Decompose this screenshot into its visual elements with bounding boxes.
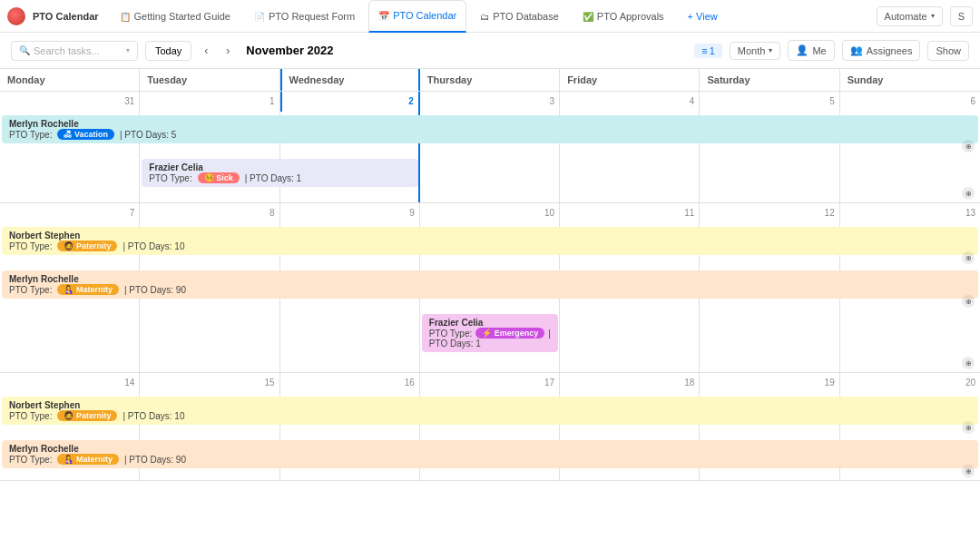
event-meta: PTO Type: 🤒 Sick | PTO Days: 1 [149, 172, 411, 183]
date-cell-10: 10 [420, 203, 560, 223]
expand-button-ev2[interactable]: ⊕ [962, 187, 975, 200]
event-frazier-sick[interactable]: Frazier Celia PTO Type: 🤒 Sick | PTO Day… [0, 155, 980, 202]
event-norbert-paternity-w2[interactable]: Norbert Stephen PTO Type: 🧔 Paternity | … [0, 223, 980, 267]
chevron-down-icon: ▾ [931, 12, 935, 20]
filter-icon: ≡ [701, 45, 707, 56]
event-meta: PTO Type: 🤱 Maternity | PTO Days: 90 [9, 454, 971, 465]
week1-dates: 31 1 2 3 4 5 6 [0, 92, 980, 112]
date-cell-31: 31 [0, 92, 140, 112]
header-friday: Friday [560, 69, 700, 91]
app-logo [7, 7, 25, 25]
event-merlyn-vacation[interactable]: Merlyn Rochelle PTO Type: 🏖 Vacation | P… [0, 112, 980, 155]
emergency-badge: ⚡ Emergency [475, 328, 544, 339]
tab-getting-started[interactable]: 📋 Getting Started Guide [110, 0, 240, 33]
date-cell-6: 6 [840, 92, 980, 112]
header-wednesday: Wednesday [280, 69, 420, 91]
date-cell-4: 4 [560, 92, 700, 112]
date-cell-17: 17 [420, 373, 560, 393]
week-3: 14 15 16 17 18 19 20 Norbert Stephen [0, 373, 980, 481]
pto-calendar-icon: 📅 [378, 11, 389, 21]
show-button[interactable]: Show [927, 41, 969, 61]
sick-badge: 🤒 Sick [198, 172, 240, 183]
today-button[interactable]: Today [145, 41, 191, 61]
event-name: Frazier Celia [429, 318, 551, 328]
header-monday: Monday [0, 69, 140, 91]
maternity-badge-w3: 🤱 Maternity [57, 454, 119, 465]
automate-button[interactable]: Automate ▾ [877, 6, 943, 26]
date-cell-16: 16 [280, 373, 420, 393]
week-1: 31 1 2 3 4 5 6 Merlyn Rochelle PTO Ty [0, 92, 980, 203]
week2-dates: 7 8 9 10 11 12 13 [0, 203, 980, 223]
me-filter-button[interactable]: 👤 Me [788, 40, 834, 61]
expand-button-ev1[interactable]: ⊕ [962, 140, 975, 152]
paternity-badge-w3: 🧔 Paternity [57, 410, 117, 421]
top-nav: PTO Calendar 📋 Getting Started Guide 📄 P… [0, 0, 980, 33]
date-cell-12: 12 [700, 203, 839, 223]
current-month-label: November 2022 [246, 44, 333, 57]
chevron-down-icon: ▾ [769, 46, 772, 54]
date-cell-1: 1 [140, 92, 279, 112]
expand-button-ev7[interactable]: ⊕ [962, 465, 975, 477]
event-norbert-paternity-w3[interactable]: Norbert Stephen PTO Type: 🧔 Paternity | … [0, 393, 980, 437]
header-thursday: Thursday [420, 69, 560, 91]
date-cell-11: 11 [560, 203, 700, 223]
nav-right: Automate ▾ S [877, 6, 973, 26]
date-cell-3: 3 [420, 92, 560, 112]
calendar-header: Monday Tuesday Wednesday Thursday Friday… [0, 69, 980, 92]
maternity-badge: 🤱 Maternity [57, 284, 119, 295]
next-month-button[interactable]: › [220, 43, 235, 59]
header-saturday: Saturday [700, 69, 839, 91]
expand-button-ev5[interactable]: ⊕ [962, 357, 975, 369]
date-cell-9: 9 [280, 203, 420, 223]
dropdown-icon: ▾ [126, 46, 130, 54]
event-meta: PTO Type: 🧔 Paternity | PTO Days: 10 [9, 410, 971, 421]
toolbar: 🔍 Search tasks... ▾ Today ‹ › November 2… [0, 33, 980, 69]
search-box[interactable]: 🔍 Search tasks... ▾ [11, 41, 138, 61]
pto-approvals-icon: ✅ [583, 12, 593, 22]
person-icon: 👤 [796, 44, 808, 56]
event-name: Norbert Stephen [9, 400, 971, 410]
date-cell-8: 8 [140, 203, 279, 223]
toolbar-right: ≡ 1 Month ▾ 👤 Me 👥 Assignees Show [694, 40, 969, 61]
expand-button-ev4[interactable]: ⊕ [962, 295, 975, 308]
tab-pto-approvals[interactable]: ✅ PTO Approvals [573, 0, 674, 33]
share-button[interactable]: S [950, 6, 973, 26]
event-name: Frazier Celia [149, 162, 411, 172]
prev-month-button[interactable]: ‹ [199, 43, 213, 59]
date-cell-7: 7 [0, 203, 140, 223]
expand-button-ev6[interactable]: ⊕ [962, 421, 975, 434]
date-cell-13: 13 [840, 203, 980, 223]
calendar-container: Monday Tuesday Wednesday Thursday Friday… [0, 69, 980, 540]
getting-started-icon: 📋 [120, 12, 131, 22]
week-2: 7 8 9 10 11 12 13 Norbert Stephen PTO [0, 203, 980, 373]
date-cell-15: 15 [140, 373, 279, 393]
event-merlyn-maternity-w3[interactable]: Merlyn Rochelle PTO Type: 🤱 Maternity | … [0, 437, 980, 480]
event-meta: PTO Type: 🤱 Maternity | PTO Days: 90 [9, 284, 971, 295]
event-meta: PTO Type: 🧔 Paternity | PTO Days: 10 [9, 241, 971, 251]
filter-badge[interactable]: ≡ 1 [694, 44, 722, 58]
month-view-selector[interactable]: Month ▾ [730, 42, 781, 60]
tab-add-view[interactable]: + View [678, 0, 728, 33]
date-cell-5: 5 [700, 92, 839, 112]
tab-pto-database[interactable]: 🗂 PTO Database [470, 0, 569, 33]
event-merlyn-maternity-w2[interactable]: Merlyn Rochelle PTO Type: 🤱 Maternity | … [0, 267, 980, 310]
event-meta: PTO Type: 🏖 Vacation | PTO Days: 5 [9, 129, 971, 140]
event-name: Merlyn Rochelle [9, 444, 971, 454]
pto-request-icon: 📄 [254, 12, 265, 22]
date-cell-18: 18 [560, 373, 700, 393]
date-cell-20: 20 [840, 373, 980, 393]
tab-pto-calendar[interactable]: 📅 PTO Calendar [368, 0, 466, 33]
event-frazier-emergency[interactable]: Frazier Celia PTO Type: ⚡ Emergency | PT… [0, 310, 980, 372]
tab-pto-request[interactable]: 📄 PTO Request Form [244, 0, 365, 33]
assignees-button[interactable]: 👥 Assignees [842, 40, 921, 61]
date-cell-14: 14 [0, 373, 140, 393]
header-sunday: Sunday [840, 69, 980, 91]
date-cell-2: 2 [280, 92, 420, 112]
expand-button-ev3[interactable]: ⊕ [962, 251, 975, 264]
event-name: Norbert Stephen [9, 231, 971, 241]
week3-dates: 14 15 16 17 18 19 20 [0, 373, 980, 393]
event-name: Merlyn Rochelle [9, 274, 971, 284]
search-icon: 🔍 [19, 45, 30, 55]
event-name: Merlyn Rochelle [9, 119, 971, 129]
group-icon: 👥 [850, 44, 863, 56]
